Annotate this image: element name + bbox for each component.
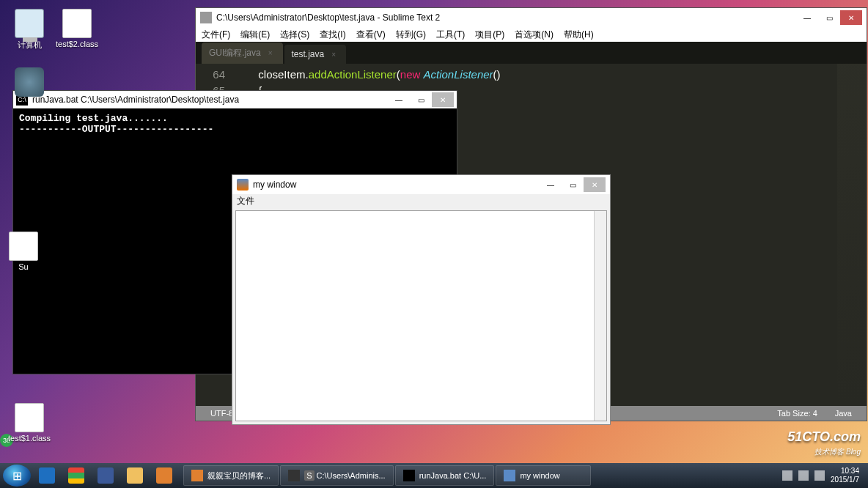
- sublime-menubar: 文件(F)编辑(E)选择(S)查找(I)查看(V)转到(G)工具(T)项目(P)…: [196, 27, 867, 42]
- minimize-button[interactable]: —: [540, 177, 562, 192]
- java-textarea[interactable]: [235, 210, 607, 421]
- cmd-title-text: runJava.bat C:\Users\Administrator\Deskt…: [32, 95, 239, 105]
- close-button[interactable]: ✕: [840, 10, 862, 25]
- task-icon: [504, 470, 515, 481]
- sublime-tabs: GUI编程.java×test.java×: [196, 42, 867, 64]
- tray-network-icon[interactable]: [798, 470, 809, 481]
- recycle-icon: [15, 67, 44, 97]
- pinned-chrome[interactable]: [62, 465, 91, 486]
- menu-item[interactable]: 选择(S): [280, 29, 309, 41]
- tab-close-icon[interactable]: ×: [268, 49, 273, 57]
- editor-tab[interactable]: test.java×: [284, 45, 347, 64]
- taskbar-task[interactable]: my window: [496, 465, 591, 486]
- cmd-output: Compiling test.java.......-----------OUT…: [13, 108, 457, 139]
- java-titlebar[interactable]: my window — ▭ ✕: [232, 175, 610, 194]
- java-menubar: 文件: [232, 194, 610, 207]
- sublime-title-text: C:\Users\Administrator\Desktop\test.java…: [216, 12, 440, 23]
- task-label: 親親宝贝的博客...: [207, 470, 271, 481]
- start-button[interactable]: ⊞: [3, 465, 31, 487]
- system-tray[interactable]: 10:34 2015/1/7: [782, 467, 865, 484]
- minimap[interactable]: [837, 64, 867, 406]
- pinned-ie[interactable]: [32, 465, 62, 486]
- icon-label: test$2.class: [55, 40, 99, 48]
- taskbar-task[interactable]: runJava.bat C:\U...: [395, 465, 495, 486]
- chrome-icon: [68, 467, 84, 484]
- tray-flag-icon[interactable]: [782, 470, 792, 481]
- sublime-titlebar[interactable]: C:\Users\Administrator\Desktop\test.java…: [196, 8, 867, 27]
- file-icon: [62, 9, 92, 38]
- tab-label: GUI编程.java: [209, 47, 261, 59]
- watermark-main: 51CTO.com: [787, 429, 861, 444]
- java-title-text: my window: [253, 180, 296, 190]
- task-icon: [288, 470, 300, 481]
- taskbar: ⊞ 親親宝贝的博客...SC:\Users\Adminis...runJava.…: [0, 463, 868, 488]
- tray-clock[interactable]: 10:34 2015/1/7: [831, 467, 859, 484]
- ie-icon: [39, 467, 55, 484]
- menu-item[interactable]: 工具(T): [436, 29, 465, 41]
- taskbar-task[interactable]: SC:\Users\Adminis...: [280, 465, 393, 486]
- desktop-icon-test$2.class[interactable]: test$2.class: [55, 9, 99, 48]
- close-button[interactable]: ✕: [432, 92, 454, 107]
- task-icon: [191, 470, 203, 481]
- menu-file[interactable]: 文件: [237, 196, 254, 206]
- sublime-icon: [200, 12, 212, 23]
- tray-time: 10:34: [831, 467, 859, 476]
- menu-item[interactable]: 编辑(E): [240, 29, 270, 41]
- status-language[interactable]: Java: [826, 409, 861, 418]
- tab-label: test.java: [292, 49, 325, 59]
- task-label: my window: [520, 471, 559, 480]
- maximize-button[interactable]: ▭: [562, 177, 584, 192]
- browser-icon: [98, 467, 114, 484]
- maximize-button[interactable]: ▭: [818, 10, 840, 25]
- java-icon: [237, 179, 249, 191]
- status-tabsize[interactable]: Tab Size: 4: [768, 409, 825, 418]
- menu-item[interactable]: 文件(F): [202, 29, 230, 41]
- minimize-button[interactable]: —: [796, 10, 818, 25]
- pinned-explorer[interactable]: [120, 465, 150, 486]
- editor-tab[interactable]: GUI编程.java×: [202, 42, 283, 64]
- java-window: my window — ▭ ✕ 文件: [232, 174, 611, 425]
- maximize-button[interactable]: ▭: [410, 92, 432, 107]
- menu-item[interactable]: 查找(I): [320, 29, 345, 41]
- tab-close-icon[interactable]: ×: [331, 51, 336, 59]
- menu-item[interactable]: 帮助(H): [564, 29, 594, 41]
- explorer-icon: [127, 467, 143, 484]
- task-label: runJava.bat C:\U...: [419, 471, 487, 480]
- computer-icon: [15, 9, 44, 38]
- menu-item[interactable]: 首选项(N): [515, 29, 553, 41]
- watermark: 51CTO.com 技术博客 Blog: [787, 430, 861, 459]
- task-icon: [403, 470, 415, 481]
- desktop-icon-test$1.class[interactable]: test$1.class: [7, 403, 51, 443]
- menu-item[interactable]: 转到(G): [396, 29, 426, 41]
- close-button[interactable]: ✕: [584, 177, 606, 192]
- menu-item[interactable]: 查看(V): [356, 29, 386, 41]
- minimize-button[interactable]: —: [388, 92, 410, 107]
- file-icon: [9, 232, 38, 261]
- media-icon: [156, 467, 172, 484]
- cmd-titlebar[interactable]: C:\ runJava.bat C:\Users\Administrator\D…: [13, 91, 457, 108]
- icon-label: Su: [1, 262, 45, 271]
- icon-label: test$1.class: [7, 434, 51, 443]
- menu-item[interactable]: 项目(P): [475, 29, 504, 41]
- file-icon: [15, 403, 44, 432]
- taskbar-task[interactable]: 親親宝贝的博客...: [183, 465, 279, 486]
- pinned-media[interactable]: [150, 465, 179, 486]
- desktop-icon-计算机[interactable]: 计算机: [7, 9, 51, 51]
- watermark-sub: 技术博客 Blog: [814, 448, 861, 456]
- desktop-icon-Su[interactable]: Su: [1, 232, 45, 271]
- tray-volume-icon[interactable]: [814, 470, 825, 481]
- desktop-icon-recycle[interactable]: [7, 67, 51, 98]
- tray-date: 2015/1/7: [831, 476, 859, 484]
- task-label: SC:\Users\Adminis...: [304, 471, 385, 480]
- pinned-browser[interactable]: [91, 465, 120, 486]
